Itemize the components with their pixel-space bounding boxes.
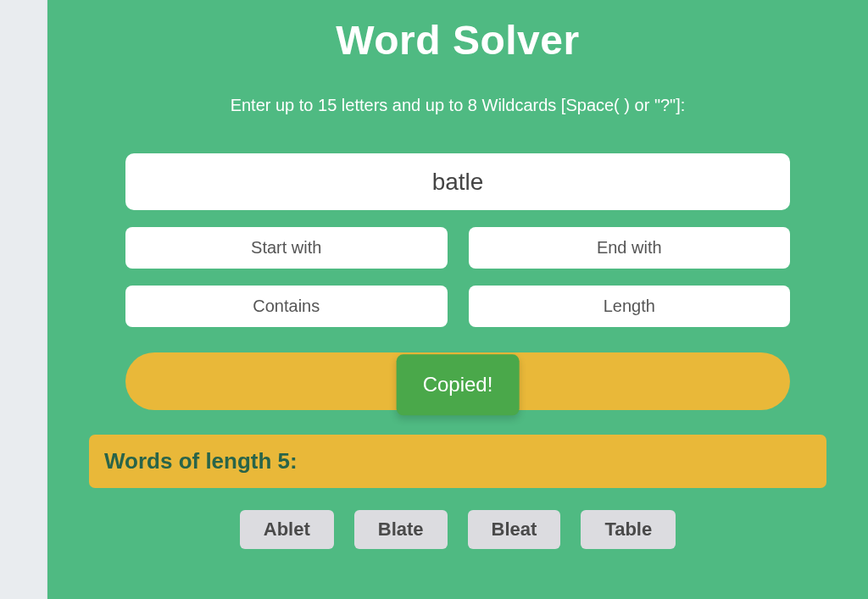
word-chip[interactable]: Blate <box>354 510 448 549</box>
word-chips: Ablet Blate Bleat Table <box>89 510 826 549</box>
results-heading: Words of length 5: <box>89 435 826 488</box>
word-chip[interactable]: Ablet <box>240 510 334 549</box>
word-chip[interactable]: Bleat <box>468 510 561 549</box>
left-gutter <box>0 0 47 599</box>
copied-toast: Copied! <box>397 354 520 415</box>
page-wrap: Word Solver Enter up to 15 letters and u… <box>0 0 868 599</box>
contains-input[interactable] <box>125 286 448 327</box>
instructions-text: Enter up to 15 letters and up to 8 Wildc… <box>231 96 686 115</box>
form-area: Copied! <box>125 153 790 410</box>
page-title: Word Solver <box>336 17 579 64</box>
letters-input[interactable] <box>125 153 790 210</box>
inner-content: Word Solver Enter up to 15 letters and u… <box>47 0 868 549</box>
submit-row: Copied! <box>125 352 790 410</box>
end-with-input[interactable] <box>469 227 791 269</box>
filter-row-1 <box>125 227 790 269</box>
start-with-input[interactable] <box>125 227 448 269</box>
word-chip[interactable]: Table <box>581 510 676 549</box>
main-panel: Word Solver Enter up to 15 letters and u… <box>47 0 868 599</box>
length-input[interactable] <box>469 286 791 327</box>
filter-row-2 <box>125 286 790 327</box>
